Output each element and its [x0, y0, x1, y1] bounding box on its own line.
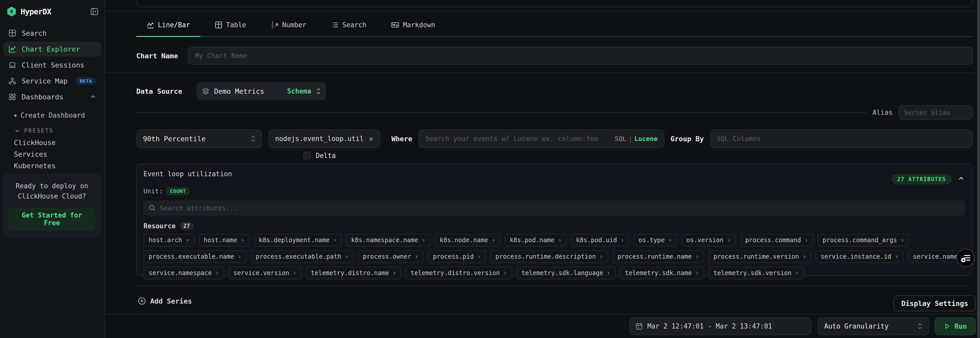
attribute-chip[interactable]: process.runtime.version› — [708, 250, 811, 263]
sidebar-item-chart-explorer[interactable]: Chart Explorer — [3, 41, 101, 57]
attribute-chip[interactable]: os.version› — [681, 234, 736, 247]
add-series-button[interactable]: Add Series — [138, 297, 192, 305]
tab-number[interactable]: 123 Number — [261, 14, 317, 37]
attribute-chip[interactable]: k8s.pod.name› — [505, 234, 567, 247]
svg-text:3: 3 — [275, 23, 277, 27]
preset-clickhouse[interactable]: ClickHouse — [0, 137, 104, 148]
attribute-chip[interactable]: process.runtime.description› — [490, 250, 608, 263]
run-button[interactable]: Run — [935, 317, 976, 335]
attribute-search-input[interactable]: Search attributes... — [143, 200, 966, 216]
preset-kubernetes[interactable]: Kubernetes — [0, 160, 104, 171]
chart-name-row: Chart Name My Chart Name — [136, 47, 973, 65]
get-started-button[interactable]: Get Started for Free — [8, 208, 95, 230]
attribute-name: telemetry.distro.version — [410, 270, 500, 277]
divider — [105, 72, 974, 73]
where-label: Where — [391, 135, 412, 143]
vertical-scrollbar[interactable] — [977, 0, 980, 338]
attribute-chip[interactable]: os.type› — [633, 234, 677, 247]
attribute-name: process.pid — [433, 253, 474, 260]
tab-line-bar[interactable]: Line/Bar — [136, 14, 200, 37]
alias-row: Alias Series alias — [136, 105, 973, 120]
data-source-select[interactable]: Demo Metrics Schema — [197, 82, 326, 100]
attribute-name: process.runtime.version — [713, 253, 799, 260]
attribute-chip[interactable]: process.executable.path› — [251, 250, 354, 263]
attribute-chip[interactable]: process.owner› — [358, 250, 424, 263]
granularity-select[interactable]: Auto Granularity — [818, 317, 929, 335]
create-dashboard-button[interactable]: + Create Dashboard — [0, 111, 104, 119]
sidebar-item-service-map[interactable]: Service Map BETA — [3, 73, 101, 88]
sidebar-item-search[interactable]: Search — [3, 26, 101, 41]
chevron-updown-icon — [917, 322, 923, 330]
attribute-chip[interactable]: service.version› — [228, 267, 302, 279]
chevron-right-icon: › — [503, 270, 507, 277]
attribute-chip[interactable]: process.pid› — [428, 250, 486, 263]
attribute-chip[interactable]: telemetry.sdk.version› — [708, 267, 804, 279]
attribute-chip[interactable]: k8s.namespace.name› — [346, 234, 431, 247]
cloud-promo-card: Ready to deploy on ClickHouse Cloud? Get… — [3, 174, 101, 238]
chevron-right-icon: › — [422, 236, 425, 244]
metric-chip[interactable]: nodejs.event_loop.util × — [268, 129, 380, 148]
chevron-right-icon: › — [215, 270, 219, 277]
attribute-chip[interactable]: k8s.deployment.name› — [254, 234, 342, 247]
where-search-input[interactable]: Search your events w/ Lucene ex. column:… — [418, 129, 664, 148]
chevron-up-icon[interactable] — [958, 175, 964, 182]
attribute-chip[interactable]: process.runtime.name› — [612, 250, 704, 263]
tab-table[interactable]: Table — [204, 14, 256, 37]
number-icon: 123 — [271, 21, 279, 29]
chevron-up-icon — [90, 94, 96, 100]
delta-checkbox[interactable] — [303, 152, 311, 160]
plus-icon: + — [13, 111, 18, 119]
attribute-chip[interactable]: telemetry.sdk.name› — [620, 267, 705, 279]
attribute-search-placeholder: Search attributes... — [160, 205, 237, 212]
group-by-label: Group By — [670, 135, 704, 143]
time-range-picker[interactable]: 1 Mar 2 12:47:01 - Mar 2 13:47:01 — [629, 317, 811, 335]
attribute-chip[interactable]: service.namespace› — [143, 267, 224, 279]
chart-line-icon — [8, 45, 16, 53]
divider — [136, 286, 973, 286]
aggregation-select[interactable]: 90th Percentile — [136, 129, 262, 148]
chevron-right-icon: › — [895, 253, 899, 260]
attribute-chip[interactable]: host.arch› — [143, 234, 195, 247]
chevron-right-icon: › — [727, 236, 731, 244]
attribute-chip[interactable]: telemetry.sdk.language› — [516, 267, 616, 279]
footer-toolbar: 1 Mar 2 12:47:01 - Mar 2 13:47:01 Auto G… — [105, 314, 980, 338]
sidebar-collapse-icon[interactable] — [91, 8, 98, 15]
attribute-name: process.command_args — [822, 236, 897, 244]
alias-placeholder: Series alias — [904, 109, 950, 116]
hyperdx-app: HyperDX Search Chart Explorer Client Ses… — [0, 0, 980, 338]
attribute-chip[interactable]: service.instance.id› — [816, 250, 904, 263]
attribute-chip[interactable]: process.command› — [740, 234, 813, 247]
attribute-chip[interactable]: process.executable.name› — [143, 250, 247, 263]
sidebar-item-label: Service Map — [22, 77, 71, 85]
preset-services[interactable]: Services — [0, 148, 104, 160]
attribute-chip[interactable]: k8s.pod.uid› — [571, 234, 629, 247]
divider — [105, 11, 974, 11]
query-language-toggle[interactable]: SQL|Lucene — [615, 135, 658, 143]
sidebar-item-client-sessions[interactable]: Client Sessions — [3, 57, 101, 72]
presets-list: ClickHouse Services Kubernetes — [0, 137, 104, 171]
tab-markdown[interactable]: Markdown — [381, 14, 445, 37]
attribute-name: host.arch — [149, 236, 182, 244]
presets-header[interactable]: PRESETS — [0, 127, 104, 134]
chart-name-placeholder: My Chart Name — [195, 52, 248, 60]
attribute-chip[interactable]: host.name› — [199, 234, 250, 247]
attribute-chip[interactable]: telemetry.distro.version› — [406, 267, 512, 279]
sidebar-item-dashboards[interactable]: Dashboards — [3, 89, 101, 104]
schema-link[interactable]: Schema — [287, 87, 311, 95]
tab-search[interactable]: Search — [321, 14, 377, 37]
attribute-chip-row: process.executable.name›process.executab… — [143, 250, 966, 263]
attribute-chip[interactable]: process.command_args› — [818, 234, 909, 247]
feedback-widget-button[interactable] — [956, 249, 975, 267]
group-by-input[interactable]: SQL Columns — [710, 129, 973, 148]
alias-input[interactable]: Series alias — [898, 105, 973, 120]
unit-row: Unit: COUNT — [143, 187, 966, 195]
divider — [136, 112, 867, 113]
sidebar-item-label: Client Sessions — [22, 61, 96, 69]
attribute-chip[interactable]: k8s.node.name› — [435, 234, 501, 247]
chart-name-input[interactable]: My Chart Name — [188, 47, 973, 65]
remove-metric-icon[interactable]: × — [369, 134, 373, 143]
changelog-icon — [960, 252, 971, 263]
chevron-right-icon: › — [599, 253, 603, 260]
display-settings-button[interactable]: Display Settings — [894, 295, 976, 311]
attribute-chip[interactable]: telemetry.distro.name› — [305, 267, 401, 279]
